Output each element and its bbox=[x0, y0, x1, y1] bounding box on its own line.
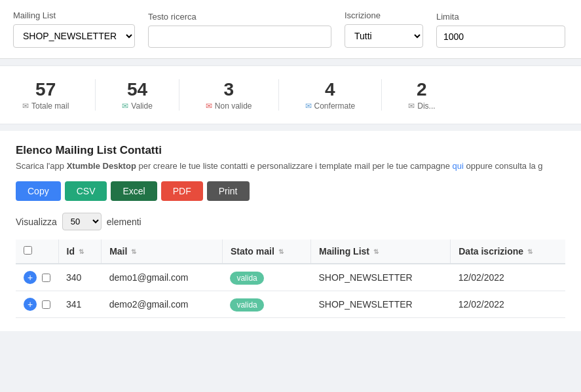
stat-valide-number: 54 bbox=[127, 79, 147, 100]
mailing-list-select[interactable]: SHOP_NEWSLETTER PROMO_LIST NEWS_IT bbox=[13, 24, 135, 48]
th-data-iscrizione[interactable]: Data iscrizione ⇅ bbox=[451, 240, 565, 264]
mail-icon-red: ✉ bbox=[206, 101, 212, 111]
iscrizione-filter: Iscrizione Tutti Iscritto Non iscritto bbox=[345, 10, 423, 48]
section-title: Elenco Mailing List Contatti bbox=[16, 144, 565, 157]
mail-icon-blue: ✉ bbox=[305, 101, 312, 111]
row-stato-mail: valida bbox=[222, 291, 310, 318]
stato-badge: valida bbox=[230, 272, 263, 285]
action-buttons: Copy CSV Excel PDF Print bbox=[16, 181, 565, 201]
row-add-button[interactable]: + bbox=[24, 298, 37, 311]
sort-mail-icon: ⇅ bbox=[131, 248, 136, 255]
row-stato-mail: valida bbox=[222, 264, 310, 291]
desc-after: per creare le tue liste contatti e perso… bbox=[136, 161, 453, 171]
testo-ricerca-label: Testo ricerca bbox=[148, 12, 331, 22]
row-data-iscrizione: 12/02/2022 bbox=[451, 291, 565, 318]
testo-ricerca-filter: Testo ricerca bbox=[148, 12, 331, 48]
stat-dis-number: 2 bbox=[417, 79, 427, 100]
table-row: + 341 demo2@gmail.com valida SHOP_NEWSLE… bbox=[16, 291, 565, 318]
visualizza-row: Visualizza 10 25 50 100 elementi bbox=[16, 213, 565, 230]
stat-confermate-number: 4 bbox=[325, 79, 335, 100]
row-mailing-list: SHOP_NEWSLETTER bbox=[311, 264, 451, 291]
stato-badge: valida bbox=[230, 298, 263, 312]
table-row: + 340 demo1@gmail.com valida SHOP_NEWSLE… bbox=[16, 264, 565, 291]
row-checkbox[interactable] bbox=[42, 300, 50, 309]
row-data-iscrizione: 12/02/2022 bbox=[451, 264, 565, 291]
th-mail[interactable]: Mail ⇅ bbox=[102, 240, 223, 264]
table-header-row: Id ⇅ Mail ⇅ Stato mail ⇅ bbox=[16, 240, 565, 264]
visualizza-label: Visualizza bbox=[16, 217, 57, 227]
app-name: Xtumble Desktop bbox=[67, 161, 136, 171]
desc-end: oppure consulta la g bbox=[464, 161, 543, 171]
iscrizione-select[interactable]: Tutti Iscritto Non iscritto bbox=[345, 24, 423, 48]
visualizza-select[interactable]: 10 25 50 100 bbox=[62, 213, 102, 230]
main-content: Elenco Mailing List Contatti Scarica l'a… bbox=[0, 131, 581, 331]
stat-nonvalide-number: 3 bbox=[223, 79, 234, 100]
stats-bar: 57 ✉ Totale mail 54 ✉ Valide 3 ✉ Non val… bbox=[0, 65, 581, 124]
limita-label: Limita bbox=[436, 12, 565, 22]
sort-ml-icon: ⇅ bbox=[373, 248, 379, 255]
stat-confermate-label: ✉ Confermate bbox=[305, 101, 356, 111]
stat-confermate: 4 ✉ Confermate bbox=[279, 79, 383, 111]
th-checkbox bbox=[16, 240, 58, 264]
th-id[interactable]: Id ⇅ bbox=[58, 240, 102, 264]
mailing-list-label: Mailing List bbox=[13, 10, 135, 20]
select-all-checkbox[interactable] bbox=[24, 246, 32, 255]
stat-dis-label: ✉ Dis... bbox=[408, 101, 435, 111]
excel-button[interactable]: Excel bbox=[111, 181, 157, 201]
filter-bar: Mailing List SHOP_NEWSLETTER PROMO_LIST … bbox=[0, 0, 581, 59]
qui-link[interactable]: qui bbox=[453, 161, 464, 171]
row-id: 340 bbox=[58, 264, 102, 291]
stat-totale-label: ✉ Totale mail bbox=[22, 101, 69, 111]
mailing-list-filter: Mailing List SHOP_NEWSLETTER PROMO_LIST … bbox=[13, 10, 135, 48]
row-actions-cell: + bbox=[16, 264, 58, 291]
pdf-button[interactable]: PDF bbox=[161, 181, 203, 201]
row-mailing-list: SHOP_NEWSLETTER bbox=[311, 291, 451, 318]
row-mail: demo1@gmail.com bbox=[102, 264, 223, 291]
csv-button[interactable]: CSV bbox=[65, 181, 107, 201]
sort-id-icon: ⇅ bbox=[79, 248, 84, 255]
contacts-table: Id ⇅ Mail ⇅ Stato mail ⇅ bbox=[16, 240, 565, 318]
stat-totale-number: 57 bbox=[35, 79, 56, 100]
limita-input[interactable] bbox=[436, 26, 565, 48]
mail-icon-grey: ✉ bbox=[22, 101, 29, 111]
mail-icon-green: ✉ bbox=[122, 101, 128, 111]
row-add-button[interactable]: + bbox=[24, 271, 37, 284]
row-mail: demo2@gmail.com bbox=[102, 291, 223, 318]
section-desc: Scarica l'app Xtumble Desktop per creare… bbox=[16, 161, 565, 171]
desc-before: Scarica l'app bbox=[16, 161, 67, 171]
print-button[interactable]: Print bbox=[207, 181, 250, 201]
testo-ricerca-input[interactable] bbox=[148, 26, 331, 48]
stat-totale: 57 ✉ Totale mail bbox=[16, 79, 96, 111]
mail-icon-grey2: ✉ bbox=[408, 101, 415, 111]
stat-valide: 54 ✉ Valide bbox=[96, 79, 179, 111]
row-actions-cell: + bbox=[16, 291, 58, 318]
th-mailing-list[interactable]: Mailing List ⇅ bbox=[311, 240, 451, 264]
stat-nonvalide-label: ✉ Non valide bbox=[206, 101, 252, 111]
stat-dis: 2 ✉ Dis... bbox=[382, 79, 461, 111]
sort-date-icon: ⇅ bbox=[527, 248, 533, 255]
limita-filter: Limita bbox=[436, 12, 565, 48]
th-stato-mail[interactable]: Stato mail ⇅ bbox=[222, 240, 310, 264]
stat-nonvalide: 3 ✉ Non valide bbox=[179, 79, 279, 111]
iscrizione-label: Iscrizione bbox=[345, 10, 423, 20]
sort-stato-icon: ⇅ bbox=[278, 248, 284, 255]
elementi-label: elementi bbox=[107, 217, 141, 227]
stat-valide-label: ✉ Valide bbox=[122, 101, 152, 111]
row-checkbox[interactable] bbox=[42, 274, 50, 282]
row-id: 341 bbox=[58, 291, 102, 318]
copy-button[interactable]: Copy bbox=[16, 181, 61, 201]
